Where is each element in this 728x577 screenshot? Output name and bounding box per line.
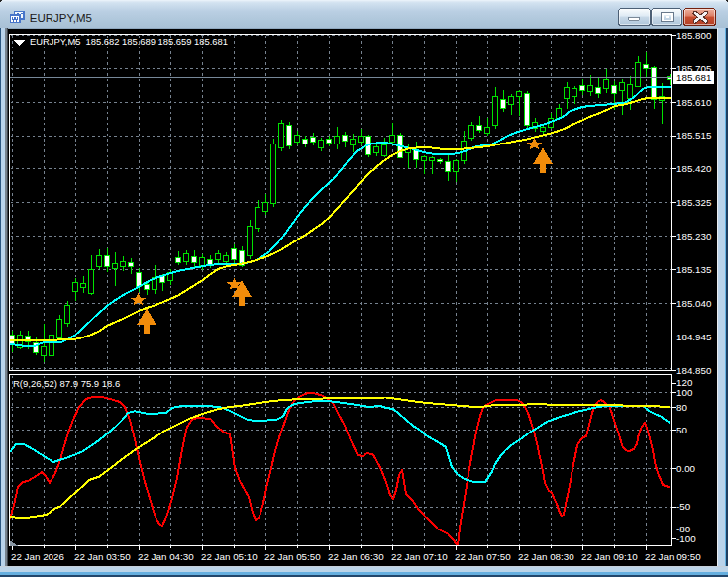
svg-text:R(9,26,52) 87.9 75.9 18.6: R(9,26,52) 87.9 75.9 18.6: [13, 378, 120, 389]
svg-text:185.515: 185.515: [676, 130, 712, 141]
svg-text:100: 100: [676, 387, 693, 398]
svg-text:185.610: 185.610: [676, 97, 712, 108]
svg-text:185.325: 185.325: [676, 197, 712, 208]
svg-text:185.135: 185.135: [676, 264, 712, 275]
svg-text:22 Jan 07:50: 22 Jan 07:50: [455, 551, 511, 562]
svg-text:185.800: 185.800: [676, 30, 712, 41]
svg-text:80: 80: [676, 402, 687, 413]
svg-text:185.230: 185.230: [676, 231, 712, 241]
svg-text:22 Jan 2026: 22 Jan 2026: [11, 551, 64, 562]
svg-text:22 Jan 07:10: 22 Jan 07:10: [391, 551, 448, 562]
svg-text:22 Jan 06:30: 22 Jan 06:30: [328, 551, 384, 562]
svg-text:EURJPY,M5: EURJPY,M5: [30, 12, 92, 24]
svg-text:185.040: 185.040: [676, 298, 712, 309]
svg-text:185.681: 185.681: [676, 72, 711, 83]
svg-text:0.00: 0.00: [676, 463, 696, 474]
svg-text:22 Jan 04:30: 22 Jan 04:30: [138, 551, 194, 562]
svg-text:22 Jan 05:50: 22 Jan 05:50: [264, 551, 321, 562]
svg-text:184.945: 184.945: [676, 332, 712, 342]
svg-text:22 Jan 08:30: 22 Jan 08:30: [518, 551, 574, 562]
svg-text:22 Jan 05:10: 22 Jan 05:10: [201, 551, 258, 562]
svg-text:22 Jan 03:50: 22 Jan 03:50: [74, 551, 131, 562]
svg-text:EURJPY,M5 185.682 185.689 185: EURJPY,M5 185.682 185.689 185.659 185.68…: [30, 36, 228, 47]
svg-text:184.850: 184.850: [676, 365, 712, 376]
svg-text:50: 50: [676, 425, 687, 435]
svg-text:22 Jan 09:50: 22 Jan 09:50: [645, 551, 701, 562]
svg-text:-50: -50: [676, 501, 691, 512]
svg-text:185.420: 185.420: [676, 163, 712, 174]
svg-text:22 Jan 09:10: 22 Jan 09:10: [581, 551, 638, 562]
svg-text:-100: -100: [676, 533, 696, 544]
